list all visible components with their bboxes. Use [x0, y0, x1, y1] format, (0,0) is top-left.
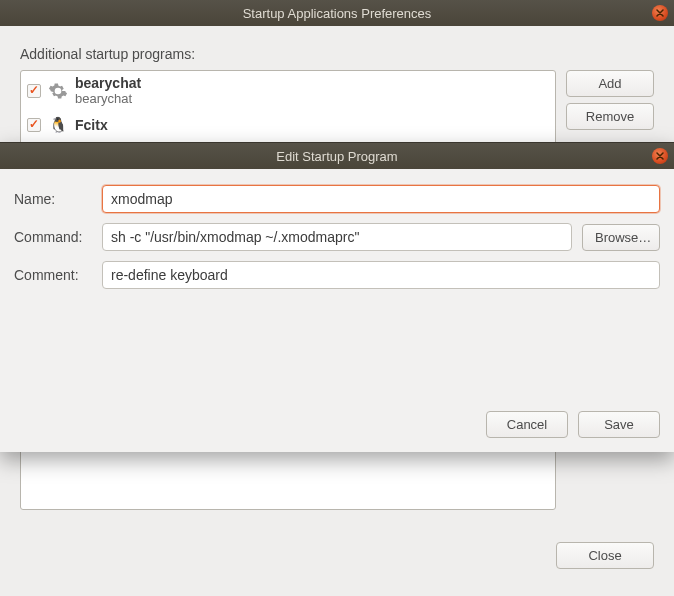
edit-startup-dialog: Edit Startup Program Name: Command: Brow… [0, 142, 674, 452]
list-item[interactable]: bearychat bearychat [21, 71, 555, 110]
name-label: Name: [14, 191, 92, 207]
program-text: bearychat bearychat [75, 75, 141, 106]
list-item[interactable]: 🐧 Fcitx [21, 110, 555, 140]
comment-input[interactable] [102, 261, 660, 289]
cancel-button[interactable]: Cancel [486, 411, 568, 438]
main-close-button[interactable] [652, 5, 668, 21]
save-button[interactable]: Save [578, 411, 660, 438]
program-enabled-checkbox[interactable] [27, 84, 41, 98]
program-text: Fcitx [75, 117, 108, 133]
comment-label: Comment: [14, 267, 92, 283]
dialog-close-button[interactable] [652, 148, 668, 164]
main-titlebar: Startup Applications Preferences [0, 0, 674, 26]
program-name: Fcitx [75, 117, 108, 133]
penguin-icon: 🐧 [47, 114, 69, 136]
dialog-titlebar: Edit Startup Program [0, 143, 674, 169]
close-button[interactable]: Close [556, 542, 654, 569]
main-window-title: Startup Applications Preferences [243, 6, 432, 21]
remove-button[interactable]: Remove [566, 103, 654, 130]
name-input[interactable] [102, 185, 660, 213]
program-enabled-checkbox[interactable] [27, 118, 41, 132]
dialog-title: Edit Startup Program [276, 149, 397, 164]
program-name: bearychat [75, 75, 141, 91]
command-input[interactable] [102, 223, 572, 251]
gear-icon [47, 80, 69, 102]
programs-section-label: Additional startup programs: [20, 46, 654, 62]
program-desc: bearychat [75, 91, 141, 106]
browse-button[interactable]: Browse… [582, 224, 660, 251]
command-label: Command: [14, 229, 92, 245]
add-button[interactable]: Add [566, 70, 654, 97]
